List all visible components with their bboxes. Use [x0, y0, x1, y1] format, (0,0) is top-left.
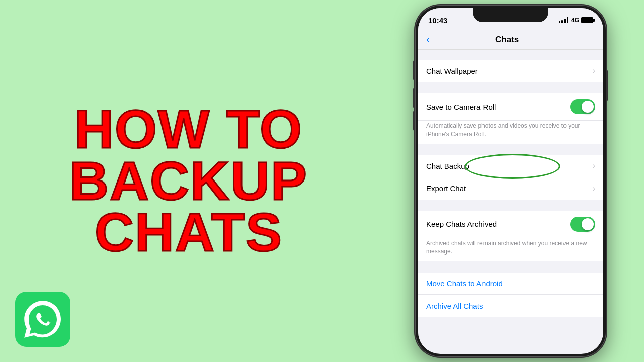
archive-all-cell[interactable]: Archive All Chats	[418, 295, 603, 317]
settings-content: Chat Wallpaper › Save to Camera Roll	[418, 50, 603, 351]
export-chat-label: Export Chat	[426, 184, 466, 193]
media-group: Save to Camera Roll Automatically save p…	[418, 93, 603, 144]
navigation-bar: ‹ Chats	[418, 30, 603, 50]
chat-backup-label: Chat Backup	[426, 162, 469, 170]
camera-roll-toggle[interactable]	[570, 99, 595, 114]
export-chevron-icon: ›	[593, 184, 595, 193]
spacer-6	[418, 318, 603, 328]
camera-roll-desc-text: Automatically save photos and videos you…	[426, 122, 595, 139]
backup-cell-wrapper: Chat Backup ›	[418, 155, 603, 177]
keep-archived-desc-text: Archived chats will remain archived when…	[426, 239, 595, 256]
chat-backup-cell[interactable]: Chat Backup ›	[418, 155, 603, 177]
chat-wallpaper-cell[interactable]: Chat Wallpaper ›	[418, 60, 603, 82]
settings-body: Chat Wallpaper › Save to Camera Roll	[418, 50, 603, 351]
archive-group: Keep Chats Archived Archived chats will …	[418, 211, 603, 262]
move-to-android-label: Move Chats to Android	[426, 279, 503, 288]
backup-chevron-icon: ›	[593, 161, 595, 170]
spacer-4	[418, 201, 603, 211]
spacer-5	[418, 262, 603, 273]
spacer-2	[418, 83, 603, 93]
network-type: 4G	[571, 17, 579, 24]
chevron-icon: ›	[593, 66, 595, 75]
keep-archived-label: Keep Chats Archived	[426, 220, 497, 228]
headline-line2: BACKUP	[69, 155, 308, 207]
status-time: 10:43	[428, 16, 447, 25]
chat-wallpaper-label: Chat Wallpaper	[426, 67, 478, 75]
phone-device: 10:43 4G ‹ Chats	[415, 5, 606, 357]
spacer-1	[418, 50, 603, 60]
camera-roll-label: Save to Camera Roll	[426, 103, 496, 111]
actions-group: Move Chats to Android Archive All Chats	[418, 273, 603, 317]
camera-roll-cell[interactable]: Save to Camera Roll	[418, 93, 603, 121]
whatsapp-icon	[15, 292, 70, 347]
status-icons: 4G	[559, 17, 593, 24]
toggle-knob	[582, 101, 594, 113]
export-chat-cell[interactable]: Export Chat ›	[418, 177, 603, 200]
signal-bar-3	[564, 19, 566, 23]
page-title: Chats	[434, 35, 580, 45]
headline-text: HOW TO BACKUP CHATS	[69, 104, 308, 258]
signal-bar-4	[567, 17, 568, 23]
camera-roll-description: Automatically save photos and videos you…	[418, 121, 603, 144]
display-group: Chat Wallpaper ›	[418, 60, 603, 82]
whatsapp-logo	[23, 299, 63, 339]
backup-group: Chat Backup › Export Chat ›	[418, 155, 603, 200]
phone-notch	[473, 8, 548, 22]
signal-bar-2	[561, 20, 563, 23]
headline-line3: CHATS	[69, 207, 308, 258]
spacer-3	[418, 145, 603, 155]
move-to-android-cell[interactable]: Move Chats to Android	[418, 273, 603, 295]
headline-line1: HOW TO	[69, 104, 308, 155]
signal-bar-1	[559, 21, 560, 23]
back-button[interactable]: ‹	[426, 33, 430, 46]
keep-archived-description: Archived chats will remain archived when…	[418, 238, 603, 262]
archived-toggle-knob	[582, 218, 594, 230]
phone-screen: 10:43 4G ‹ Chats	[418, 8, 603, 354]
right-panel: 10:43 4G ‹ Chats	[377, 0, 644, 362]
archive-all-label: Archive All Chats	[426, 302, 483, 310]
keep-archived-toggle[interactable]	[570, 217, 595, 232]
keep-archived-cell[interactable]: Keep Chats Archived	[418, 211, 603, 238]
battery-icon	[581, 17, 593, 23]
left-panel: HOW TO BACKUP CHATS	[0, 0, 377, 362]
signal-bars-icon	[559, 17, 568, 23]
